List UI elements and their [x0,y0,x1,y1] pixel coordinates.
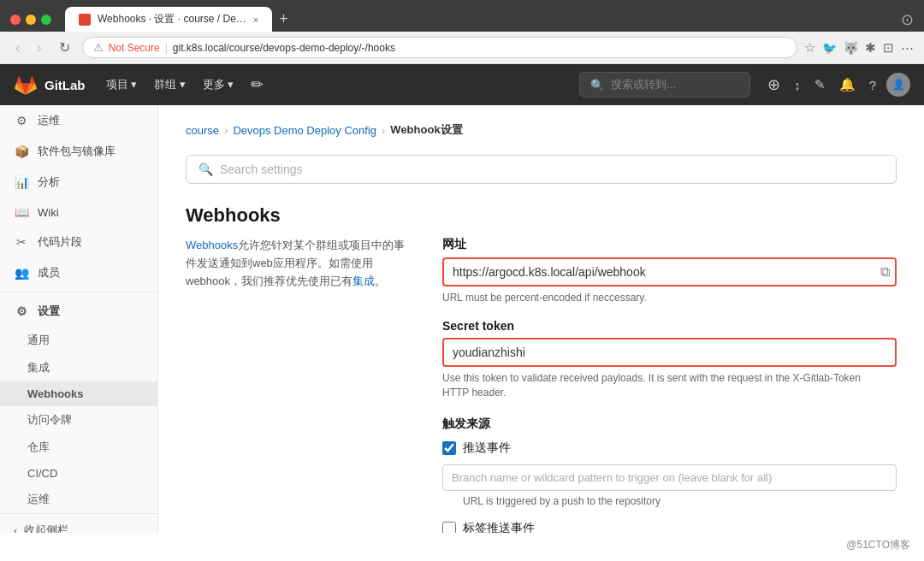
sidebar-item-analytics[interactable]: 📊 分析 [0,167,157,198]
menu-icon[interactable]: ⋯ [901,40,914,56]
header-search[interactable]: 🔍 搜索或转到... [579,72,750,97]
tab-close-button[interactable]: × [253,15,258,25]
sidebar-item-wiki[interactable]: 📖 Wiki [0,198,157,227]
trigger-push-label[interactable]: 推送事件 [463,440,511,456]
maximize-button[interactable] [41,15,51,25]
trigger-push-header: 推送事件 [442,440,897,456]
breadcrumb-repo[interactable]: Devops Demo Deploy Config [233,124,376,137]
sidebar-sub-operations-label: 运维 [27,493,50,505]
sidebar-divider [0,292,157,292]
sidebar-sub-access-tokens[interactable]: 访问令牌 [0,406,157,434]
sidebar-item-packages[interactable]: 📦 软件包与镜像库 [0,136,157,167]
right-column: 网址 ⧉ URL must be percent-encoded if necc… [442,237,897,533]
integrations-link[interactable]: 集成 [352,275,375,287]
trigger-tag-push-checkbox[interactable] [442,522,456,533]
forward-button[interactable]: › [32,38,46,57]
avatar-button[interactable]: 👤 [886,73,910,97]
collapse-label: 收起侧栏 [24,523,68,533]
sidebar-label-analytics: 分析 [38,174,60,190]
sidebar-bottom: ‹ 收起侧栏 [0,513,157,533]
breadcrumb-course[interactable]: course [186,124,219,137]
operations-icon: ⚙ [14,114,29,127]
secret-input[interactable] [442,338,897,367]
collapse-icon: ‹ [14,524,17,534]
sidebar-item-operations[interactable]: ⚙ 运维 [0,105,157,136]
trigger-tag-push: 标签推送事件 URL is triggered when a new tag i… [442,521,897,533]
content-columns: Webhooks允许您针对某个群组或项目中的事件发送通知到web应用程序。如需使… [186,237,897,533]
trigger-tag-push-header: 标签推送事件 [442,521,897,533]
sidebar-label-settings: 设置 [38,304,60,319]
trigger-push-branch-input[interactable] [442,464,897,491]
address-text: git.k8s.local/course/devops-demo-deploy/… [173,42,786,54]
breadcrumb-current: Webhook设置 [390,122,462,138]
browser-toolbar: ‹ › ↻ ⚠ Not Secure | git.k8s.local/cours… [0,32,924,64]
sidebar-sub-integrations[interactable]: 集成 [0,354,157,381]
webhooks-link[interactable]: Webhooks [186,239,238,251]
sidebar-sub-repository-label: 仓库 [27,440,50,453]
url-input-wrapper: ⧉ [442,257,897,286]
left-description: Webhooks允许您针对某个群组或项目中的事件发送通知到web应用程序。如需使… [186,237,408,290]
not-secure-label: Not Secure [109,42,160,54]
sidebar-sub-operations[interactable]: 运维 [0,486,157,513]
main-content: course › Devops Demo Deploy Config › Web… [158,105,924,533]
search-placeholder: 搜索或转到... [611,77,676,92]
sidebar-sub-cicd[interactable]: CI/CD [0,461,157,486]
nav-pencil[interactable]: ✏ [244,72,270,97]
sidebar-sub-integrations-label: 集成 [27,361,50,374]
browser-tabs: Webhooks · 设置 · course / De… × + [65,7,295,32]
sidebar-sub-general[interactable]: 通用 [0,327,157,354]
active-tab[interactable]: Webhooks · 设置 · course / De… × [65,7,272,32]
breadcrumb: course › Devops Demo Deploy Config › Web… [186,122,897,138]
window-controls: ⊙ [901,10,914,29]
issues-icon[interactable]: ✎ [811,74,829,96]
members-icon: 👥 [14,266,29,280]
nav-projects[interactable]: 项目 ▾ [99,74,145,96]
header-nav: 项目 ▾ 群组 ▾ 更多 ▾ ✏ [99,72,271,97]
sidebar-item-snippets[interactable]: ✂ 代码片段 [0,227,157,257]
activity-icon[interactable]: 🔔 [836,74,859,96]
new-tab-button[interactable]: + [272,10,295,28]
refresh-button[interactable]: ↻ [54,38,75,57]
trigger-push-desc: URL is triggered by a push to the reposi… [463,494,897,509]
sidebar-label-members: 成员 [38,265,60,280]
header-icons: ⊕ ↕ ✎ 🔔 ? 👤 [764,72,910,97]
nav-groups[interactable]: 群组 ▾ [147,74,192,96]
sidebar-item-settings[interactable]: ⚙ 设置 [0,296,157,327]
content-layout: ⚙ 运维 📦 软件包与镜像库 📊 分析 📖 Wiki ✂ 代码片段 [0,105,924,533]
sidebar-item-members[interactable]: 👥 成员 [0,257,157,288]
cast-icon[interactable]: ⊡ [883,40,894,56]
trigger-section-label: 触发来源 [442,416,897,432]
sidebar: ⚙ 运维 📦 软件包与镜像库 📊 分析 📖 Wiki ✂ 代码片段 [0,105,158,533]
minimize-button[interactable] [26,15,36,25]
secret-hint: Use this token to validate received payl… [442,371,897,400]
trigger-tag-push-label[interactable]: 标签推送事件 [463,521,535,533]
copy-icon[interactable]: ⧉ [880,264,890,280]
sidebar-sub-webhooks[interactable]: Webhooks [0,381,157,406]
extension-icon[interactable]: ✱ [865,40,876,56]
help-icon[interactable]: ? [866,74,880,96]
wolf-icon[interactable]: 🐺 [844,41,858,55]
twitter-icon[interactable]: 🐦 [822,41,837,55]
wiki-icon: 📖 [14,205,29,219]
bookmark-icon[interactable]: ☆ [804,40,815,56]
page-title: Webhooks [186,204,897,227]
sidebar-sub-access-tokens-label: 访问令牌 [27,413,72,426]
nav-more[interactable]: 更多 ▾ [196,74,241,96]
url-input[interactable] [442,257,897,286]
trigger-push: 推送事件 URL is triggered by a push to the r… [442,440,897,509]
search-icon: 🔍 [198,162,213,176]
merge-request-icon[interactable]: ↕ [791,74,804,96]
gitlab-logo-icon [14,73,38,97]
sidebar-sub-repository[interactable]: 仓库 [0,434,157,461]
settings-search-input[interactable] [220,162,884,176]
close-button[interactable] [10,15,21,25]
url-hint: URL must be percent-encoded if neccessar… [442,291,897,305]
address-bar[interactable]: ⚠ Not Secure | git.k8s.local/course/devo… [82,37,797,58]
back-button[interactable]: ‹ [10,38,25,57]
sidebar-label-wiki: Wiki [38,206,59,219]
trigger-push-checkbox[interactable] [442,441,456,455]
collapse-sidebar-button[interactable]: ‹ 收起侧栏 [0,514,157,533]
traffic-lights [10,15,51,25]
gitlab-logo[interactable]: GitLab [14,73,86,97]
new-item-button[interactable]: ⊕ [764,72,784,97]
